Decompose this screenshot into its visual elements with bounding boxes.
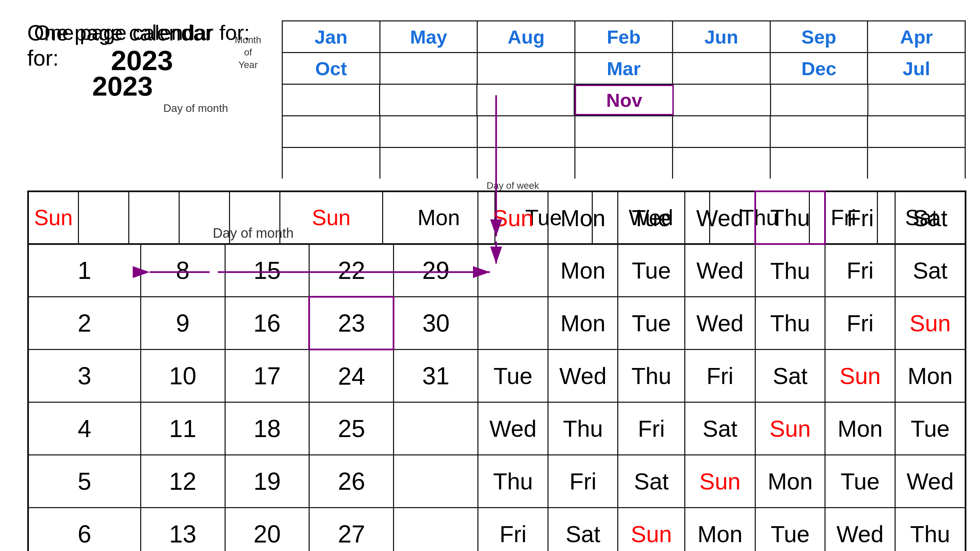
- month-may: May: [380, 21, 478, 52]
- r3-tue: Tue: [478, 349, 548, 402]
- r1-tue: Tue: [618, 244, 685, 297]
- r3-wed: Wed: [548, 349, 618, 402]
- day-3: 3: [28, 349, 141, 402]
- day-24: 24: [309, 349, 394, 402]
- r6-thu: Thu: [895, 508, 966, 551]
- title-block: One page calendar for: 2023: [34, 21, 250, 76]
- day-6: 6: [28, 508, 141, 551]
- r4-sat: Sat: [685, 402, 755, 455]
- month-row-3: Nov: [283, 85, 965, 116]
- month-row-4: [283, 116, 965, 148]
- r4-fri: Fri: [618, 402, 685, 455]
- dow-tue: Tue: [618, 192, 685, 244]
- r5-wed: Wed: [895, 455, 966, 508]
- month-r3-5: [674, 85, 771, 115]
- day-8: 8: [140, 244, 225, 297]
- day-27: 27: [309, 508, 394, 551]
- r2-thu: Thu: [755, 297, 825, 349]
- day-11: 11: [140, 402, 225, 455]
- table-row-6: 6 13 20 27 Fri Sat Sun Mon Tue Wed Thu: [28, 508, 966, 551]
- dow-sun: Sun: [478, 192, 548, 244]
- day-10: 10: [140, 349, 225, 402]
- day-5: 5: [28, 455, 141, 508]
- day-30: 30: [394, 297, 478, 349]
- month-r3-2: [380, 85, 477, 115]
- r1-fri: Fri: [825, 244, 895, 297]
- day-15: 15: [225, 244, 309, 297]
- r4-mon: Mon: [825, 402, 895, 455]
- r5-sat: Sat: [618, 455, 685, 508]
- r2-sat-sun: Sun: [895, 297, 966, 349]
- r1-mon: Mon: [548, 244, 618, 297]
- r6-sun: Sun: [618, 508, 685, 551]
- month-r3-6: [771, 85, 869, 115]
- dow-header-row: Day of month Sun Mon Tue Wed Thu Fri Sat: [28, 192, 966, 244]
- r3-fri: Fri: [685, 349, 755, 402]
- r1-wed: Wed: [685, 244, 755, 297]
- month-r3-7: [869, 85, 965, 115]
- day-19: 19: [225, 455, 309, 508]
- month-oct: Oct: [283, 53, 380, 84]
- month-jun: Jun: [673, 21, 771, 52]
- r4-sun: Sun: [755, 402, 825, 455]
- r1-sun: [478, 244, 548, 297]
- title-text-2: 2023: [34, 44, 250, 76]
- month-empty-3: [673, 53, 771, 84]
- r4-thu: Thu: [548, 402, 618, 455]
- table-body: 1 8 15 22 29 Mon Tue Wed Thu Fri Sat 2 9: [28, 244, 966, 551]
- r1-thu: Thu: [755, 244, 825, 297]
- r6-fri: Fri: [478, 508, 548, 551]
- day-26: 26: [309, 455, 394, 508]
- r2-fri: Fri: [825, 297, 895, 349]
- month-row-5: [283, 148, 965, 179]
- full-table: Day of month Sun Mon Tue Wed Thu Fri Sat…: [27, 191, 966, 551]
- month-empty-2: [478, 53, 576, 84]
- table-row-3: 3 10 17 24 31 Tue Wed Thu Fri Sat Sun Mo…: [28, 349, 966, 402]
- day-12: 12: [140, 455, 225, 508]
- day-of-week-label: Day of week: [487, 180, 539, 191]
- day-25: 25: [309, 402, 394, 455]
- r5-sun: Sun: [685, 455, 755, 508]
- day-20: 20: [225, 508, 309, 551]
- month-empty-1: [380, 53, 478, 84]
- dow-thu-highlighted: Thu: [755, 192, 825, 244]
- month-row-1: Jan May Aug Feb Jun Sep Apr: [283, 21, 965, 53]
- table-row-1: 1 8 15 22 29 Mon Tue Wed Thu Fri Sat: [28, 244, 966, 297]
- day-13: 13: [140, 508, 225, 551]
- r6-sat: Sat: [548, 508, 618, 551]
- title-text-1: One page calendar for:: [34, 21, 250, 44]
- dow-sat: Sat: [895, 192, 966, 244]
- r5-thu: Thu: [478, 455, 548, 508]
- month-dec: Dec: [771, 53, 869, 84]
- day-16: 16: [225, 297, 309, 349]
- r3-sat: Sat: [755, 349, 825, 402]
- table-head: Day of month Sun Mon Tue Wed Thu Fri Sat: [28, 192, 966, 244]
- page: One page calendar for: 2023 Day of month…: [0, 0, 980, 551]
- month-jul: Jul: [868, 53, 965, 84]
- r2-mon: Mon: [548, 297, 618, 349]
- day-17: 17: [225, 349, 309, 402]
- day-2: 2: [28, 297, 141, 349]
- month-row-2: Oct Mar Dec Jul: [283, 53, 965, 85]
- month-header-grid: Jan May Aug Feb Jun Sep Apr Oct Mar Dec …: [282, 21, 966, 179]
- table-row-2: 2 9 16 23 30 Mon Tue Wed Thu Fri Sun: [28, 297, 966, 349]
- r6-mon: Mon: [685, 508, 755, 551]
- month-sep: Sep: [771, 21, 869, 52]
- month-aug: Aug: [478, 21, 576, 52]
- dow-fri: Fri: [825, 192, 895, 244]
- dow-wed: Wed: [685, 192, 755, 244]
- r2-tue: Tue: [618, 297, 685, 349]
- r3-sun: Sun: [825, 349, 895, 402]
- table-row-5: 5 12 19 26 Thu Fri Sat Sun Mon Tue Wed: [28, 455, 966, 508]
- r4-wed: Wed: [478, 402, 548, 455]
- day-29: 29: [394, 244, 478, 297]
- r5-mon: Mon: [755, 455, 825, 508]
- month-r3-3: [477, 85, 575, 115]
- day-22: 22: [309, 244, 394, 297]
- day-31: 31: [394, 349, 478, 402]
- month-feb: Feb: [576, 21, 673, 52]
- r3-mon: Mon: [895, 349, 966, 402]
- day-9: 9: [140, 297, 225, 349]
- table-row-4: 4 11 18 25 Wed Thu Fri Sat Sun Mon Tue: [28, 402, 966, 455]
- month-mar: Mar: [576, 53, 673, 84]
